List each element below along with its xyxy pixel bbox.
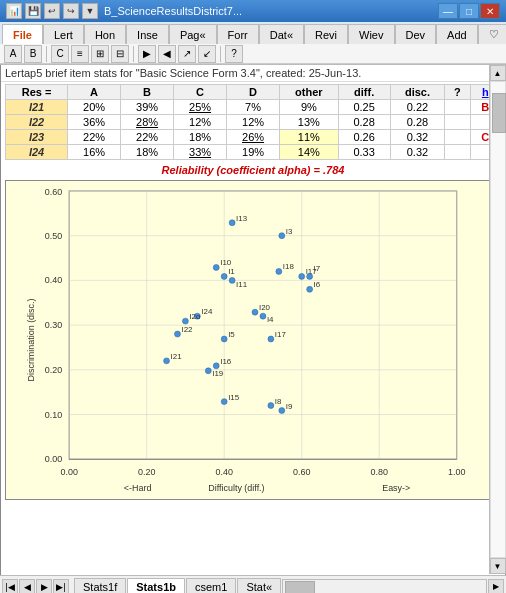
point-i20 — [252, 309, 258, 315]
sheet-nav-next[interactable]: ▶ — [36, 579, 52, 594]
svg-text:I5: I5 — [228, 330, 235, 339]
toolbar-btn-2[interactable]: B — [24, 45, 42, 63]
svg-text:I3: I3 — [286, 227, 293, 236]
svg-text:I4: I4 — [267, 315, 274, 324]
col-header-disc: disc. — [390, 85, 445, 100]
svg-text:0.20: 0.20 — [45, 365, 62, 375]
row-id-i22: I22 — [6, 115, 68, 130]
tab-revi[interactable]: Revi — [304, 24, 348, 44]
toolbar-separator-2 — [133, 46, 134, 62]
tab-wiev[interactable]: Wiev — [348, 24, 394, 44]
cell-i22-disc: 0.28 — [390, 115, 445, 130]
point-i11 — [229, 277, 235, 283]
scroll-thumb[interactable] — [492, 93, 506, 133]
toolbar-btn-10[interactable]: ↙ — [198, 45, 216, 63]
tab-hon[interactable]: Hon — [84, 24, 126, 44]
point-i3 — [279, 233, 285, 239]
scroll-up-button[interactable]: ▲ — [490, 65, 506, 81]
svg-text:I16: I16 — [220, 357, 232, 366]
cell-i22-d: 12% — [227, 115, 280, 130]
save-icon[interactable]: 💾 — [25, 3, 41, 19]
tab-dat[interactable]: Dat« — [259, 24, 304, 44]
customize-icon[interactable]: ▼ — [82, 3, 98, 19]
svg-text:0.50: 0.50 — [45, 231, 62, 241]
tab-add[interactable]: Add — [436, 24, 478, 44]
cell-i23-diff: 0.26 — [338, 130, 390, 145]
cell-i21-other: 9% — [280, 100, 339, 115]
title-text: B_ScienceResultsDistrict7... — [104, 5, 438, 17]
point-i19 — [205, 368, 211, 374]
svg-text:1.00: 1.00 — [448, 467, 465, 477]
toolbar-btn-11[interactable]: ? — [225, 45, 243, 63]
tab-inse[interactable]: Inse — [126, 24, 169, 44]
svg-text:0.10: 0.10 — [45, 410, 62, 420]
point-i2a — [182, 318, 188, 324]
svg-text:0.00: 0.00 — [45, 454, 62, 464]
table-row: I24 16% 18% 33% 19% 14% 0.33 0.32 — [6, 145, 501, 160]
tab-forr[interactable]: Forr — [217, 24, 259, 44]
tab-stats1f[interactable]: Stats1f — [74, 578, 126, 594]
scatter-chart: 0.00 0.10 0.20 0.30 0.40 0.50 0.60 0.00 … — [6, 181, 500, 499]
toolbar-btn-8[interactable]: ◀ — [158, 45, 176, 63]
svg-text:0.40: 0.40 — [215, 467, 232, 477]
svg-text:I22: I22 — [181, 325, 193, 334]
col-header-other: other — [280, 85, 339, 100]
close-button[interactable]: ✕ — [480, 3, 500, 19]
cell-i24-b: 18% — [121, 145, 174, 160]
cell-i24-diff: 0.33 — [338, 145, 390, 160]
col-header-c: C — [174, 85, 227, 100]
tab-stat2[interactable]: Stat« — [237, 578, 281, 594]
toolbar-btn-9[interactable]: ↗ — [178, 45, 196, 63]
point-i6 — [307, 286, 313, 292]
tab-pag[interactable]: Pag« — [169, 24, 217, 44]
col-header-a: A — [68, 85, 121, 100]
tab-file[interactable]: File — [2, 24, 43, 44]
header-text: Lertap5 brief item stats for "Basic Scie… — [1, 65, 505, 82]
point-i21 — [164, 358, 170, 364]
bottom-area: |◀ ◀ ▶ ▶| Stats1f Stats1b csem1 Stat« ▶ … — [0, 575, 506, 593]
tab-heart[interactable]: ♡ — [478, 24, 506, 44]
svg-text:I21: I21 — [171, 352, 183, 361]
horizontal-scroll-thumb[interactable] — [285, 581, 315, 594]
point-i18 — [276, 268, 282, 274]
scroll-right-button[interactable]: ▶ — [488, 579, 504, 594]
tab-stats1b[interactable]: Stats1b — [127, 578, 185, 594]
cell-i24-disc: 0.32 — [390, 145, 445, 160]
toolbar-btn-4[interactable]: ≡ — [71, 45, 89, 63]
svg-text:I19: I19 — [212, 369, 224, 378]
scroll-track[interactable] — [490, 81, 506, 558]
sheet-nav-last[interactable]: ▶| — [53, 579, 69, 594]
tab-lert[interactable]: Lert — [43, 24, 84, 44]
title-bar: 📊 💾 ↩ ↪ ▼ B_ScienceResultsDistrict7... —… — [0, 0, 506, 22]
scroll-down-button[interactable]: ▼ — [490, 558, 506, 574]
toolbar-btn-3[interactable]: C — [51, 45, 69, 63]
undo-icon[interactable]: ↩ — [44, 3, 60, 19]
svg-text:I8: I8 — [275, 397, 282, 406]
toolbar-btn-5[interactable]: ⊞ — [91, 45, 109, 63]
svg-text:I6: I6 — [314, 280, 321, 289]
toolbar-btn-7[interactable]: ▶ — [138, 45, 156, 63]
minimize-button[interactable]: — — [438, 3, 458, 19]
tab-dev[interactable]: Dev — [395, 24, 437, 44]
cell-i22-a: 36% — [68, 115, 121, 130]
svg-text:0.20: 0.20 — [138, 467, 155, 477]
toolbar-separator-3 — [220, 46, 221, 62]
horizontal-scrollbar[interactable] — [282, 579, 487, 594]
col-header-flag: ? — [445, 85, 470, 100]
cell-i24-a: 16% — [68, 145, 121, 160]
vertical-scrollbar: ▲ ▼ — [489, 65, 505, 574]
sheet-nav: |◀ ◀ ▶ ▶| — [2, 579, 69, 594]
toolbar-btn-1[interactable]: A — [4, 45, 22, 63]
tab-csem1[interactable]: csem1 — [186, 578, 236, 594]
point-i17b — [268, 336, 274, 342]
ribbon-tab-bar: File Lert Hon Inse Pag« Forr Dat« Revi W… — [0, 22, 506, 44]
maximize-button[interactable]: □ — [459, 3, 479, 19]
cell-i21-a: 20% — [68, 100, 121, 115]
sheet-nav-prev[interactable]: ◀ — [19, 579, 35, 594]
table-row: I22 36% 28% 12% 12% 13% 0.28 0.28 — [6, 115, 501, 130]
redo-icon[interactable]: ↪ — [63, 3, 79, 19]
toolbar-btn-6[interactable]: ⊟ — [111, 45, 129, 63]
title-controls: — □ ✕ — [438, 3, 500, 19]
sheet-nav-first[interactable]: |◀ — [2, 579, 18, 594]
point-i1 — [221, 273, 227, 279]
